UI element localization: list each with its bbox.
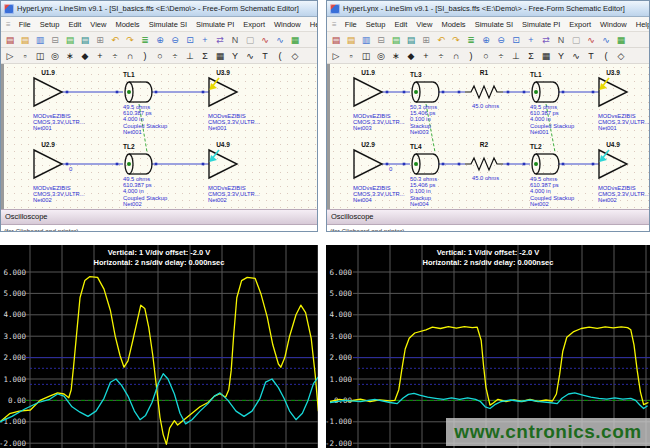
board-viewer-icon[interactable]: ▦ bbox=[615, 34, 627, 46]
titlebar[interactable]: HyperLynx - LineSim v9.1 - [SI_basics.ff… bbox=[327, 1, 649, 17]
zoom-in-icon[interactable]: ⊕ bbox=[154, 34, 166, 46]
schematic-canvas[interactable]: U1.9MODvsEZIBISCMOS,3.3V,ULTR...Net001TL… bbox=[1, 64, 317, 209]
undo-icon[interactable]: ↶ bbox=[109, 34, 121, 46]
save-file-icon[interactable]: ▥ bbox=[34, 34, 46, 46]
stackup-editor-icon[interactable]: ≣ bbox=[465, 34, 477, 46]
buffer-symbol[interactable] bbox=[209, 78, 237, 106]
add-via-icon[interactable]: ÷ bbox=[435, 50, 447, 62]
titlebar[interactable]: HyperLynx - LineSim v9.1 - [SI_basics.ff… bbox=[1, 1, 317, 17]
wire-pin[interactable] bbox=[523, 163, 526, 166]
zoom-region-icon[interactable]: ⊡ bbox=[510, 34, 522, 46]
add-text-icon[interactable]: T bbox=[259, 50, 271, 62]
add-board-icon[interactable]: ▦ bbox=[540, 50, 552, 62]
open-file-icon[interactable]: ▤ bbox=[345, 34, 357, 46]
zoom-region-icon[interactable]: ⊡ bbox=[184, 34, 196, 46]
zoom-in-icon[interactable]: ⊕ bbox=[480, 34, 492, 46]
add-arc-icon[interactable]: ∩ bbox=[124, 50, 136, 62]
add-bend-icon[interactable]: ) bbox=[139, 50, 151, 62]
menu-view[interactable]: View bbox=[86, 20, 110, 29]
menu-simulate-pi[interactable]: Simulate PI bbox=[518, 20, 564, 29]
buffer-symbol[interactable] bbox=[599, 78, 627, 106]
add-text-icon[interactable]: T bbox=[585, 50, 597, 62]
paste-icon[interactable]: ▤ bbox=[79, 34, 91, 46]
menu-simulate-si[interactable]: Simulate SI bbox=[145, 20, 191, 29]
add-plus-icon[interactable]: + bbox=[420, 50, 432, 62]
oscilloscope-panel-header[interactable]: Oscilloscope bbox=[1, 209, 317, 225]
wizard-icon[interactable]: ∿ bbox=[259, 34, 271, 46]
menu-simulate-pi[interactable]: Simulate PI bbox=[192, 20, 238, 29]
add-ic-icon[interactable]: ◫ bbox=[34, 50, 46, 62]
add-wave-icon[interactable]: ∿ bbox=[570, 50, 582, 62]
add-ic-icon[interactable]: ◫ bbox=[360, 50, 372, 62]
buffer-symbol[interactable] bbox=[34, 150, 62, 178]
run-probe-icon[interactable]: ▷ bbox=[4, 50, 16, 62]
print-preview-icon[interactable]: ⊞ bbox=[420, 34, 432, 46]
buffer-symbol[interactable] bbox=[354, 78, 382, 106]
menu-simulate-si[interactable]: Simulate SI bbox=[471, 20, 517, 29]
net-names-icon[interactable]: N bbox=[229, 34, 241, 46]
add-star-icon[interactable]: ∗ bbox=[64, 50, 76, 62]
wire-pin[interactable] bbox=[592, 91, 595, 94]
add-arc-icon[interactable]: ∩ bbox=[450, 50, 462, 62]
wire-pin[interactable] bbox=[66, 91, 69, 94]
select-region-icon[interactable]: ▫ bbox=[19, 50, 31, 62]
copy-icon[interactable]: ▤ bbox=[390, 34, 402, 46]
add-tline-icon[interactable]: ⊥ bbox=[510, 50, 522, 62]
print-preview-icon[interactable]: ⊞ bbox=[94, 34, 106, 46]
wire-pin[interactable] bbox=[592, 163, 595, 166]
add-diamond-icon[interactable]: ◇ bbox=[289, 50, 301, 62]
wire-pin[interactable] bbox=[155, 163, 158, 166]
zoom-out-icon[interactable]: ⊖ bbox=[495, 34, 507, 46]
wire-pin[interactable] bbox=[442, 91, 445, 94]
buffer-symbol[interactable] bbox=[209, 150, 237, 178]
zoom-out-icon[interactable]: ⊖ bbox=[169, 34, 181, 46]
wire-pin[interactable] bbox=[116, 163, 119, 166]
wire-pin[interactable] bbox=[442, 163, 445, 166]
wire-pin[interactable] bbox=[507, 91, 510, 94]
save-file-icon[interactable]: ▥ bbox=[360, 34, 372, 46]
add-divider-icon[interactable]: ÷ bbox=[495, 50, 507, 62]
wire-pin[interactable] bbox=[523, 91, 526, 94]
menu-window[interactable]: Window bbox=[270, 20, 305, 29]
wire-pin[interactable] bbox=[116, 91, 119, 94]
oscilloscope-display-right[interactable]: 6.0005.0004.0003.0002.0001.0000.00-1.000… bbox=[326, 245, 650, 448]
add-diamond-icon[interactable]: ◇ bbox=[615, 50, 627, 62]
menu-help[interactable]: Help bbox=[632, 20, 649, 29]
menu-edit[interactable]: Edit bbox=[64, 20, 85, 29]
add-via-icon[interactable]: ÷ bbox=[109, 50, 121, 62]
add-star-icon[interactable]: ∗ bbox=[390, 50, 402, 62]
add-node-icon[interactable]: ◆ bbox=[79, 50, 91, 62]
add-circle-icon[interactable]: ○ bbox=[480, 50, 492, 62]
open-file-icon[interactable]: ▤ bbox=[19, 34, 31, 46]
menu-export[interactable]: Export bbox=[239, 20, 269, 29]
add-paren-icon[interactable]: ( bbox=[600, 50, 612, 62]
add-node-icon[interactable]: ◆ bbox=[405, 50, 417, 62]
menu-file[interactable]: File bbox=[15, 20, 35, 29]
scope-icon[interactable]: ∿ bbox=[600, 34, 612, 46]
oscilloscope-panel-header[interactable]: Oscilloscope bbox=[327, 209, 649, 225]
add-pin-icon[interactable]: ◎ bbox=[375, 50, 387, 62]
add-y-icon[interactable]: Y bbox=[555, 50, 567, 62]
wire-pin[interactable] bbox=[202, 91, 205, 94]
menu-setup[interactable]: Setup bbox=[36, 20, 64, 29]
new-schematic-icon[interactable]: ▤ bbox=[4, 34, 16, 46]
oscilloscope-display-left[interactable]: 6.0005.0004.0003.0002.0001.0000.00-1.000… bbox=[0, 245, 318, 448]
stackup-editor-icon[interactable]: ≣ bbox=[139, 34, 151, 46]
add-coupled-icon[interactable]: Σ bbox=[199, 50, 211, 62]
add-wave-icon[interactable]: ∿ bbox=[244, 50, 256, 62]
blank-doc-icon[interactable]: ▢ bbox=[570, 34, 582, 46]
resistor-symbol[interactable] bbox=[465, 158, 503, 170]
paste-icon[interactable]: ▤ bbox=[405, 34, 417, 46]
wire-pin[interactable] bbox=[562, 91, 565, 94]
buffer-symbol[interactable] bbox=[34, 78, 62, 106]
menu-setup[interactable]: Setup bbox=[362, 20, 390, 29]
menu-models[interactable]: Models bbox=[111, 20, 143, 29]
print-icon[interactable]: ⊟ bbox=[49, 34, 61, 46]
wire-pin[interactable] bbox=[202, 163, 205, 166]
new-schematic-icon[interactable]: ▤ bbox=[330, 34, 342, 46]
wire-pin[interactable] bbox=[386, 91, 389, 94]
blank-doc-icon[interactable]: ▢ bbox=[244, 34, 256, 46]
wire-pin[interactable] bbox=[403, 91, 406, 94]
menu-help[interactable]: Help bbox=[306, 20, 317, 29]
run-probe-icon[interactable]: ▷ bbox=[330, 50, 342, 62]
